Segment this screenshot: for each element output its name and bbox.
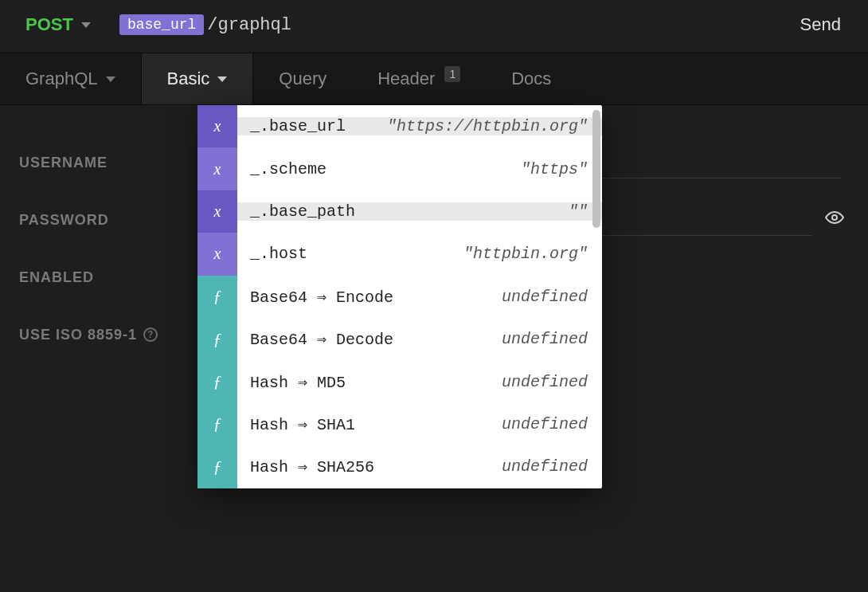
- autocomplete-item-value: undefined: [502, 457, 588, 476]
- request-bar: POST base_url /graphql Send: [0, 0, 868, 53]
- autocomplete-item[interactable]: x_.base_url"https://httpbin.org": [197, 105, 602, 147]
- autocomplete-popup: x_.base_url"https://httpbin.org"x_.schem…: [197, 105, 602, 488]
- autocomplete-item-value: "": [569, 202, 588, 221]
- autocomplete-item-body: Base64 ⇒ Encodeundefined: [237, 287, 602, 307]
- url-input[interactable]: base_url /graphql: [119, 14, 291, 35]
- autocomplete-item-value: undefined: [502, 415, 588, 433]
- tab-docs-label: Docs: [511, 69, 551, 89]
- variable-icon: x: [197, 190, 237, 233]
- autocomplete-item-name: Hash ⇒ SHA1: [250, 414, 355, 434]
- autocomplete-item-value: undefined: [502, 288, 588, 306]
- url-variable-chip[interactable]: base_url: [119, 14, 204, 35]
- svg-point-0: [832, 215, 837, 220]
- autocomplete-item-name: _.base_path: [250, 202, 355, 221]
- eye-icon[interactable]: [820, 208, 849, 232]
- autocomplete-item[interactable]: ƒHash ⇒ SHA256undefined: [197, 445, 602, 488]
- autocomplete-item-body: _.base_url"https://httpbin.org": [237, 117, 602, 135]
- send-button[interactable]: Send: [792, 10, 849, 40]
- tab-body-type[interactable]: GraphQL: [0, 53, 142, 104]
- autocomplete-item-name: Base64 ⇒ Encode: [250, 287, 393, 307]
- autocomplete-item-value: "httpbin.org": [463, 245, 588, 263]
- tab-query-label: Query: [279, 69, 326, 89]
- tab-auth-type[interactable]: Basic: [142, 53, 254, 104]
- autocomplete-item[interactable]: ƒHash ⇒ MD5undefined: [197, 360, 602, 402]
- autocomplete-item-body: Hash ⇒ SHA1undefined: [237, 414, 602, 434]
- enabled-label: ENABLED: [19, 269, 202, 286]
- chevron-down-icon: [217, 76, 227, 82]
- scrollbar-thumb[interactable]: [592, 110, 600, 228]
- autocomplete-item-body: Base64 ⇒ Decodeundefined: [237, 329, 602, 349]
- autocomplete-item-value: undefined: [502, 373, 588, 391]
- autocomplete-item-name: _.scheme: [250, 160, 326, 178]
- function-icon: ƒ: [197, 318, 237, 360]
- autocomplete-item[interactable]: ƒBase64 ⇒ Encodeundefined: [197, 276, 602, 318]
- tab-auth-type-label: Basic: [167, 69, 210, 89]
- autocomplete-item-name: _.host: [250, 245, 307, 263]
- http-method-dropdown[interactable]: POST: [19, 10, 97, 40]
- autocomplete-item-name: Hash ⇒ MD5: [250, 372, 346, 392]
- autocomplete-item[interactable]: ƒHash ⇒ SHA1undefined: [197, 403, 602, 445]
- autocomplete-item-value: undefined: [502, 330, 588, 348]
- request-tabs: GraphQL Basic Query Header 1 Docs: [0, 53, 868, 105]
- autocomplete-item-value: "https": [521, 160, 588, 178]
- function-icon: ƒ: [197, 445, 237, 488]
- autocomplete-item-body: _.host"httpbin.org": [237, 245, 602, 263]
- http-method-label: POST: [25, 14, 73, 35]
- autocomplete-item[interactable]: ƒBase64 ⇒ Decodeundefined: [197, 318, 602, 360]
- autocomplete-item-name: _.base_url: [250, 117, 346, 135]
- function-icon: ƒ: [197, 403, 237, 445]
- variable-icon: x: [197, 147, 237, 190]
- tab-docs[interactable]: Docs: [486, 53, 577, 104]
- function-icon: ƒ: [197, 276, 237, 318]
- variable-icon: x: [197, 233, 237, 275]
- help-icon[interactable]: ?: [143, 327, 158, 342]
- autocomplete-item[interactable]: x_.host"httpbin.org": [197, 233, 602, 275]
- chevron-down-icon: [81, 22, 91, 28]
- autocomplete-item-name: Hash ⇒ SHA256: [250, 457, 374, 476]
- tab-body-type-label: GraphQL: [25, 69, 98, 89]
- function-icon: ƒ: [197, 360, 237, 402]
- autocomplete-item[interactable]: x_.scheme"https": [197, 147, 602, 190]
- autocomplete-item-name: Base64 ⇒ Decode: [250, 329, 393, 349]
- basic-auth-form: USERNAME PASSWORD ENABLED USE ISO 8859-1…: [0, 105, 868, 392]
- username-label: USERNAME: [19, 155, 202, 171]
- header-count-badge: 1: [444, 66, 460, 82]
- autocomplete-item-body: _.scheme"https": [237, 160, 602, 178]
- chevron-down-icon: [106, 76, 115, 82]
- url-path-text: /graphql: [207, 15, 291, 35]
- iso-label: USE ISO 8859-1 ?: [19, 327, 202, 343]
- password-label: PASSWORD: [19, 212, 202, 229]
- autocomplete-item-body: Hash ⇒ MD5undefined: [237, 372, 602, 392]
- variable-icon: x: [197, 105, 237, 147]
- autocomplete-item[interactable]: x_.base_path"": [197, 190, 602, 233]
- tab-query[interactable]: Query: [253, 53, 352, 104]
- tab-header[interactable]: Header 1: [352, 53, 486, 104]
- autocomplete-item-value: "https://httpbin.org": [387, 117, 588, 135]
- autocomplete-item-body: _.base_path"": [237, 202, 602, 221]
- iso-label-text: USE ISO 8859-1: [19, 327, 137, 343]
- tab-header-label: Header: [377, 69, 435, 89]
- autocomplete-item-body: Hash ⇒ SHA256undefined: [237, 457, 602, 476]
